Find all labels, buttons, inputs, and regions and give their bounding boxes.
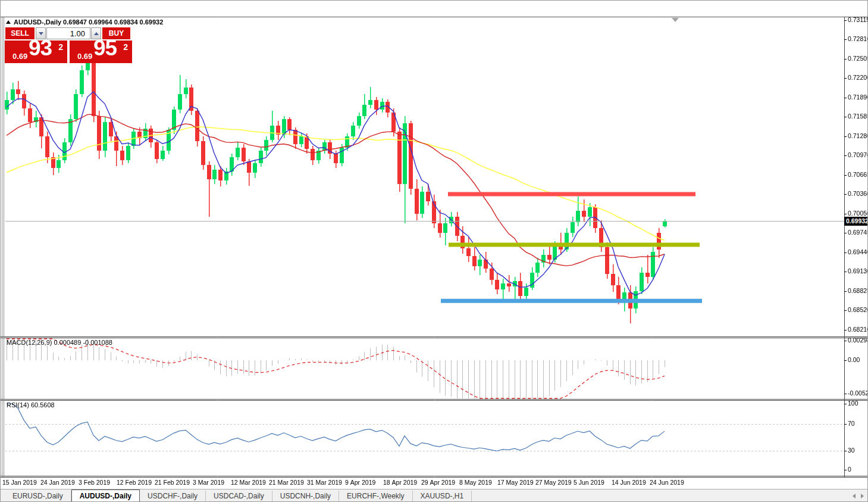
sell-price-sup: 2: [58, 42, 63, 52]
tab-usdcad-daily[interactable]: USDCAD-,Daily: [206, 491, 272, 501]
tab-eurchf-weekly[interactable]: EURCHF-,Weekly: [339, 491, 412, 501]
tab-usdchf-daily[interactable]: USDCHF-,Daily: [140, 491, 206, 501]
buy-price-sup: 2: [123, 42, 128, 52]
current-price-tag: 0.69932: [844, 217, 868, 226]
tabs-scroll-left-icon[interactable]: [853, 494, 856, 498]
buy-price-big: 95: [93, 36, 117, 61]
tab-audusd-daily[interactable]: AUDUSD-,Daily: [71, 489, 140, 502]
chart-canvas[interactable]: [1, 1, 868, 502]
tab-usdcnh-daily[interactable]: USDCNH-,Daily: [272, 491, 339, 501]
triangle-up-icon: [94, 32, 99, 35]
sell-price-big: 93: [29, 36, 52, 61]
buy-price-display[interactable]: 0.69 95 2: [70, 40, 132, 63]
rsi-label: RSI(14) 60.5608: [7, 401, 55, 409]
triangle-down-icon: [39, 32, 43, 35]
chart-shift-marker-icon[interactable]: [672, 18, 679, 22]
chart-symbol-title: AUDUSD-,Daily 0.69847 0.69964 0.69834 0.…: [6, 18, 163, 26]
sell-price-prefix: 0.69: [12, 52, 27, 61]
tabs-scroll-right-icon[interactable]: [861, 494, 864, 498]
tab-xauusd-h1[interactable]: XAUUSD-,H1: [413, 491, 472, 501]
terminal-window: H4 D1 W1 MN AUDUSD-,Daily 0.69847 0.6996…: [0, 0, 868, 502]
chart-tabs-bar: EURUSD-,Daily AUDUSD-,Daily USDCHF-,Dail…: [1, 489, 868, 502]
collapse-panel-icon[interactable]: [6, 20, 11, 24]
sell-price-display[interactable]: 0.69 93 2: [5, 40, 67, 63]
buy-price-prefix: 0.69: [77, 52, 92, 61]
macd-label: MACD(12,26,9) 0.000489 -0.001088: [7, 339, 112, 346]
tab-eurusd-daily[interactable]: EURUSD-,Daily: [5, 491, 71, 501]
volume-input[interactable]: [46, 27, 90, 39]
symbol-ohlc-text: AUDUSD-,Daily 0.69847 0.69964 0.69834 0.…: [14, 18, 163, 26]
